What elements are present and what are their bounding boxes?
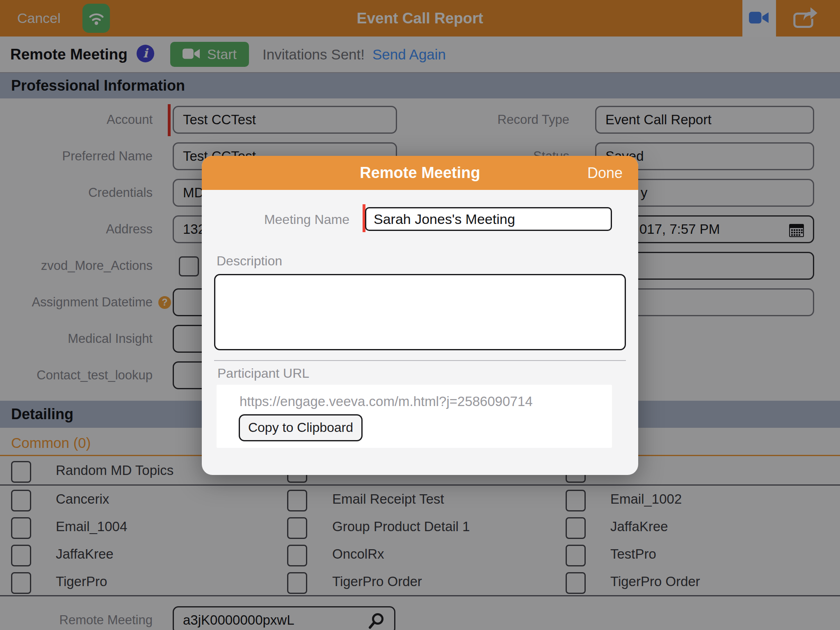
copy-to-clipboard-button[interactable]: Copy to Clipboard bbox=[239, 414, 363, 441]
description-textarea[interactable] bbox=[214, 274, 626, 350]
done-button[interactable]: Done bbox=[587, 156, 623, 190]
description-label: Description bbox=[217, 253, 282, 269]
participant-url-value: https://engage.veeva.com/m.html?j=258609… bbox=[240, 394, 533, 409]
participant-url-box: https://engage.veeva.com/m.html?j=258609… bbox=[217, 385, 612, 448]
meeting-name-value: Sarah Jones's Meeting bbox=[366, 208, 611, 230]
app-screen: Event Call Report Cancel bbox=[0, 0, 840, 630]
modal-divider bbox=[214, 360, 626, 361]
modal-header: Remote Meeting Done bbox=[202, 156, 638, 190]
remote-meeting-modal: Remote Meeting Done Meeting Name Sarah J… bbox=[202, 156, 638, 475]
modal-title: Remote Meeting bbox=[202, 156, 638, 190]
meeting-name-input[interactable]: Sarah Jones's Meeting bbox=[365, 207, 612, 231]
participant-url-label: Participant URL bbox=[217, 366, 309, 381]
meeting-name-label: Meeting Name bbox=[202, 212, 349, 227]
